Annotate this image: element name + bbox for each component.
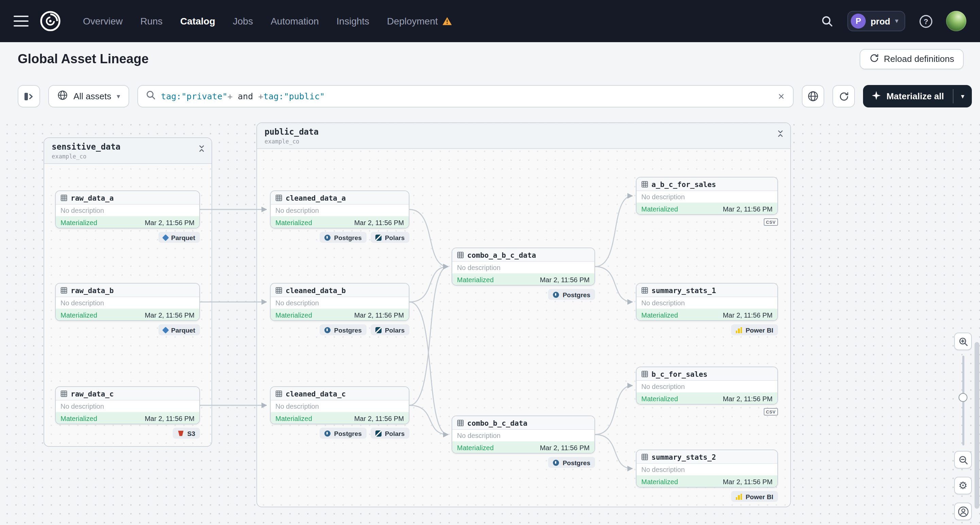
- zoom-slider[interactable]: [954, 356, 972, 445]
- nav-links: OverviewRunsCatalogJobsAutomationInsight…: [83, 16, 452, 27]
- kind-tag-polars[interactable]: Polars: [371, 325, 409, 335]
- nav-item-overview[interactable]: Overview: [83, 16, 123, 27]
- nav-item-automation[interactable]: Automation: [270, 16, 319, 27]
- asset-status-row: MaterializedMar 2, 11:56 PM: [452, 441, 594, 453]
- asset-status-row: MaterializedMar 2, 11:56 PM: [56, 309, 199, 321]
- asset-name: summary_stats_1: [652, 286, 716, 294]
- kind-tag-powerbi[interactable]: Power BI: [731, 491, 778, 502]
- reload-definitions-button[interactable]: Reload definitions: [859, 49, 964, 69]
- hamburger-menu-icon[interactable]: [14, 16, 29, 27]
- settings-button[interactable]: ⚙: [954, 477, 972, 495]
- kind-tag-postgres[interactable]: Postgres: [549, 457, 595, 468]
- kind-tag-csv[interactable]: CSV: [764, 218, 778, 226]
- lineage-canvas[interactable]: ⚙ sensitive_dataexample_copublic_dataexa…: [0, 118, 980, 525]
- kind-tag-postgres[interactable]: Postgres: [320, 325, 367, 335]
- kind-tag-parquet[interactable]: Parquet: [158, 232, 200, 243]
- nav-item-deployment[interactable]: Deployment: [387, 16, 452, 27]
- asset-name: a_b_c_for_sales: [652, 180, 716, 188]
- asset-node-cleaned_data_b[interactable]: cleaned_data_bNo descriptionMaterialized…: [270, 283, 409, 321]
- clear-search-icon[interactable]: ×: [776, 91, 786, 102]
- canvas-scrollbar[interactable]: [975, 118, 979, 525]
- asset-node-raw_data_b[interactable]: raw_data_bNo descriptionMaterializedMar …: [55, 283, 200, 321]
- materialized-timestamp: Mar 2, 11:56 PM: [354, 219, 404, 226]
- account-button[interactable]: [954, 503, 972, 520]
- kind-tag-label: Parquet: [171, 234, 195, 241]
- materialized-badge: Materialized: [60, 415, 97, 422]
- nav-item-runs[interactable]: Runs: [140, 16, 162, 27]
- asset-node-a_b_c_for_sales[interactable]: a_b_c_for_salesNo descriptionMaterialize…: [636, 177, 778, 215]
- kind-tag-s3[interactable]: S3: [173, 428, 200, 439]
- asset-node-cleaned_data_a[interactable]: cleaned_data_aNo descriptionMaterialized…: [270, 191, 409, 229]
- kind-tag-powerbi[interactable]: Power BI: [731, 325, 778, 335]
- nav-right: P prod ▾ ?: [818, 11, 966, 31]
- kind-tag-postgres[interactable]: Postgres: [549, 289, 595, 300]
- nav-item-catalog[interactable]: Catalog: [180, 16, 215, 27]
- asset-node-summary_stats_1[interactable]: summary_stats_1No descriptionMaterialize…: [636, 283, 778, 321]
- group-header[interactable]: sensitive_dataexample_co: [44, 138, 212, 164]
- kind-tag-polars[interactable]: Polars: [371, 428, 409, 439]
- sparkle-icon: [872, 91, 881, 102]
- asset-selection-input[interactable]: tag:"private"+ and +tag:"public" ×: [137, 85, 794, 107]
- chevron-down-icon: ▾: [961, 93, 964, 100]
- asset-node-b_c_for_sales[interactable]: b_c_for_salesNo descriptionMaterializedM…: [636, 366, 778, 405]
- materialized-badge: Materialized: [60, 219, 97, 226]
- user-avatar[interactable]: [946, 11, 966, 31]
- asset-node-cleaned_data_c[interactable]: cleaned_data_cNo descriptionMaterialized…: [270, 386, 409, 424]
- kind-tag-label: Polars: [385, 234, 405, 241]
- materialized-timestamp: Mar 2, 11:56 PM: [723, 478, 773, 485]
- asset-description: No description: [636, 297, 777, 309]
- asset-status-row: MaterializedMar 2, 11:56 PM: [636, 476, 777, 488]
- search-icon[interactable]: [818, 11, 837, 30]
- asset-node-raw_data_c[interactable]: raw_data_cNo descriptionMaterializedMar …: [55, 386, 200, 424]
- kind-tag-label: Polars: [385, 326, 405, 334]
- asset-kind-tags: PostgresPolars: [270, 325, 409, 335]
- materialized-timestamp: Mar 2, 11:56 PM: [723, 205, 773, 213]
- asset-node-combo_b_c_data[interactable]: combo_b_c_dataNo descriptionMaterialized…: [452, 415, 595, 453]
- asset-name: raw_data_c: [71, 389, 114, 398]
- scrollbar-thumb[interactable]: [975, 342, 979, 509]
- zoom-slider-thumb[interactable]: [959, 393, 967, 402]
- help-icon[interactable]: ?: [916, 11, 935, 30]
- table-icon: [275, 286, 282, 293]
- materialized-badge: Materialized: [275, 415, 312, 422]
- search-token: tag:: [161, 91, 181, 101]
- environment-switcher[interactable]: P prod ▾: [847, 11, 905, 31]
- asset-name: b_c_for_sales: [652, 370, 707, 378]
- group-subtitle: example_co: [264, 138, 319, 145]
- nav-item-insights[interactable]: Insights: [337, 16, 370, 27]
- asset-name: cleaned_data_c: [286, 389, 346, 398]
- materialized-badge: Materialized: [641, 395, 678, 402]
- materialize-all-button[interactable]: Materialize all: [863, 85, 953, 107]
- asset-node-header: summary_stats_1: [636, 283, 777, 297]
- group-header[interactable]: public_dataexample_co: [257, 123, 790, 149]
- asset-node-combo_a_b_c_data[interactable]: combo_a_b_c_dataNo descriptionMaterializ…: [452, 248, 595, 286]
- asset-name: raw_data_a: [71, 194, 114, 202]
- nav-item-jobs[interactable]: Jobs: [233, 16, 253, 27]
- zoom-out-button[interactable]: [954, 451, 972, 469]
- refresh-button[interactable]: [833, 85, 855, 107]
- kind-tag-parquet[interactable]: Parquet: [158, 325, 200, 335]
- kind-tag-csv[interactable]: CSV: [764, 408, 778, 415]
- zoom-in-button[interactable]: [954, 332, 972, 350]
- collapse-group-icon[interactable]: [776, 128, 785, 141]
- kind-tag-label: Postgres: [563, 459, 590, 466]
- asset-description: No description: [56, 401, 199, 412]
- nav-item-label: Automation: [270, 16, 319, 27]
- kind-tag-polars[interactable]: Polars: [371, 232, 409, 243]
- polars-icon: [375, 430, 382, 436]
- materialized-timestamp: Mar 2, 11:56 PM: [354, 415, 404, 422]
- powerbi-icon: [736, 327, 742, 333]
- asset-name: cleaned_data_b: [286, 286, 346, 294]
- asset-scope-dropdown[interactable]: All assets ▾: [48, 85, 129, 107]
- asset-node-raw_data_a[interactable]: raw_data_aNo descriptionMaterializedMar …: [55, 191, 200, 229]
- kind-tag-postgres[interactable]: Postgres: [320, 232, 367, 243]
- materialize-options-button[interactable]: ▾: [953, 85, 972, 107]
- asset-name: combo_a_b_c_data: [467, 251, 536, 259]
- graph-view-globe-button[interactable]: [802, 85, 825, 107]
- open-left-panel-button[interactable]: [18, 85, 40, 107]
- kind-tag-postgres[interactable]: Postgres: [320, 428, 367, 439]
- collapse-group-icon[interactable]: [197, 143, 206, 156]
- asset-node-summary_stats_2[interactable]: summary_stats_2No descriptionMaterialize…: [636, 450, 778, 488]
- dagster-logo-icon[interactable]: [38, 9, 62, 33]
- asset-description: No description: [270, 205, 409, 216]
